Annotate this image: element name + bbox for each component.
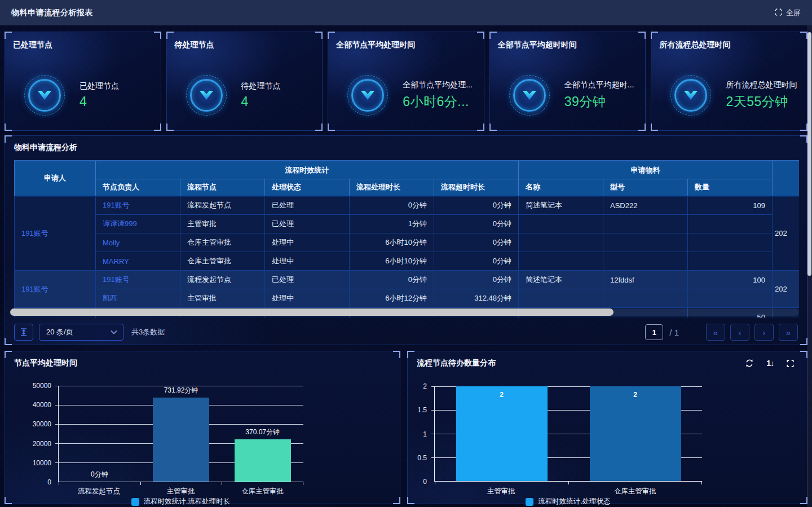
collapse-rows-button[interactable] — [14, 324, 33, 341]
chart-legend[interactable]: 流程时效统计.处理状态 — [434, 497, 702, 506]
kpi-value: 6小时6分... — [403, 93, 473, 111]
duration-cell: 6小时10分钟 — [350, 252, 434, 271]
overtime-cell: 312.48分钟 — [434, 289, 519, 308]
owner-link[interactable]: 191账号 — [96, 196, 180, 215]
fullscreen-chart-icon[interactable] — [786, 359, 795, 368]
x-axis-label: 主管审批 — [434, 487, 568, 496]
kpi-label: 全部节点平均超时... — [564, 80, 634, 90]
status-cell: 处理中 — [265, 252, 350, 271]
duration-cell: 0分钟 — [350, 196, 434, 215]
refresh-icon[interactable] — [745, 359, 754, 368]
first-page-button[interactable]: « — [706, 324, 725, 341]
y-tick: 50000 — [33, 382, 51, 390]
applicant-link[interactable]: 191账号 — [15, 196, 96, 271]
legend-label: 流程时效统计.流程处理时长 — [144, 497, 230, 506]
y-tick: 0 — [47, 478, 51, 486]
kpi-label: 已处理节点 — [80, 81, 119, 91]
kpi-cards-row: 已处理节点 已处理节点 4 待处理节点 待处理节点 4 全部节点平均处理时间 — [0, 32, 812, 131]
qty-cell: 109 — [688, 196, 773, 215]
bar-manager-approval[interactable] — [153, 398, 209, 482]
model-cell: 12fddsf — [603, 271, 688, 289]
owner-link[interactable]: MARRY — [96, 252, 180, 271]
model-cell — [603, 215, 688, 233]
kpi-value: 4 — [80, 94, 119, 109]
table-row: MARRY 仓库主管审批 处理中 6小时10分钟 0分钟 — [15, 252, 800, 271]
current-page-input[interactable] — [645, 324, 663, 340]
last-page-button[interactable]: » — [779, 324, 798, 341]
fullscreen-icon — [774, 8, 783, 18]
table-horizontal-scrollbar[interactable] — [10, 308, 799, 316]
bar-warehouse-approval[interactable]: 2 — [590, 386, 681, 481]
qty-cell — [688, 215, 773, 233]
bar-chart-plot: 0分钟 731.92分钟 370.07分钟 — [58, 386, 303, 482]
kpi-label: 待处理节点 — [241, 81, 281, 91]
page-total-text: / 1 — [669, 328, 679, 337]
bar-value-label: 370.07分钟 — [245, 427, 280, 437]
bar-category: 2 — [568, 386, 702, 481]
col-header-duration: 流程处理时长 — [350, 179, 434, 196]
material-name-cell — [519, 215, 603, 233]
col-header-owner: 节点负责人 — [96, 179, 180, 196]
y-tick: 2 — [423, 382, 427, 390]
col-header-overtime: 流程超时时长 — [434, 179, 519, 196]
duration-cell: 6小时10分钟 — [350, 233, 434, 252]
y-tick: 1 — [423, 430, 427, 438]
owner-link[interactable]: 191账号 — [96, 271, 180, 289]
scrollbar-thumb[interactable] — [807, 32, 811, 276]
process-table: 申请人 流程时效统计 申请物料 申请 节点负责人 流程节点 处理状态 流程处理时… — [14, 160, 799, 318]
y-tick: 1.5 — [417, 406, 427, 414]
table-section-title: 物料申请流程分析 — [14, 143, 77, 153]
table-row: 谭谭谭999 主管审批 已处理 1分钟 0分钟 — [15, 215, 800, 233]
page-size-select[interactable]: 20 条/页 — [39, 324, 123, 341]
col-header-applicant: 申请人 — [15, 161, 96, 196]
bar-warehouse-approval[interactable] — [235, 439, 291, 482]
node-cell: 仓库主管审批 — [180, 233, 265, 252]
kpi-chevron-badge-icon — [670, 75, 711, 116]
status-cell: 处理中 — [265, 289, 350, 308]
status-cell: 已处理 — [265, 196, 350, 215]
chart-legend[interactable]: 流程时效统计.流程处理时长 — [58, 497, 303, 506]
model-cell — [603, 252, 688, 271]
bar-manager-approval[interactable]: 2 — [456, 386, 548, 481]
kpi-chevron-badge-icon — [186, 75, 227, 116]
applicant-link[interactable]: 191账号 — [15, 271, 96, 308]
page-vertical-scrollbar[interactable] — [807, 25, 812, 507]
kpi-label: 所有流程总处理时间 — [726, 80, 797, 90]
kpi-label: 全部节点平均处理... — [403, 80, 473, 90]
owner-link[interactable]: 谭谭谭999 — [96, 215, 180, 233]
qty-cell — [688, 289, 773, 308]
overtime-cell: 0分钟 — [434, 252, 519, 271]
bar-category: 2 — [435, 386, 568, 481]
node-cell: 仓库主管审批 — [180, 252, 265, 271]
y-tick: 0 — [423, 478, 427, 486]
fullscreen-label: 全屏 — [786, 8, 801, 18]
owner-link[interactable]: Molly — [96, 233, 180, 252]
avg-node-time-chart-panel: 节点平均处理时间 50000 40000 30000 20000 10000 0… — [5, 351, 400, 504]
bar-value-label: 0分钟 — [91, 470, 108, 479]
status-cell: 处理中 — [265, 233, 350, 252]
material-name-cell — [519, 252, 603, 271]
chart-title: 节点平均处理时间 — [14, 358, 77, 368]
col-header-status: 处理状态 — [265, 179, 350, 196]
model-cell: ASD222 — [603, 196, 688, 215]
prev-page-button[interactable]: ‹ — [730, 324, 749, 341]
model-cell — [603, 289, 688, 308]
scrollbar-thumb[interactable] — [10, 308, 614, 316]
next-page-button[interactable]: › — [754, 324, 774, 341]
kpi-card-avg-process-time: 全部节点平均处理时间 全部节点平均处理... 6小时6分... — [328, 32, 484, 131]
chevron-down-icon — [111, 330, 117, 334]
kpi-card-total-time: 所有流程总处理时间 所有流程总处理时间 2天55分钟 — [651, 32, 807, 131]
material-name-cell — [519, 233, 603, 252]
bar-chart-plot: 2 2 — [434, 386, 702, 482]
col-header-qty: 数量 — [688, 179, 773, 196]
qty-cell: 100 — [688, 271, 773, 289]
todo-count-chart-panel: 流程节点待办数量分布 1↓ 2 1.5 1 0.5 0 2 — [407, 351, 807, 504]
node-cell: 主管审批 — [180, 289, 265, 308]
status-cell: 已处理 — [265, 271, 350, 289]
col-header-name: 名称 — [519, 179, 603, 196]
sort-order-icon[interactable]: 1↓ — [766, 359, 774, 368]
owner-link[interactable]: 凯西 — [96, 289, 180, 308]
bar-category: 731.92分钟 — [140, 386, 222, 482]
fullscreen-button[interactable]: 全屏 — [774, 8, 801, 18]
chart-title: 流程节点待办数量分布 — [417, 358, 496, 368]
